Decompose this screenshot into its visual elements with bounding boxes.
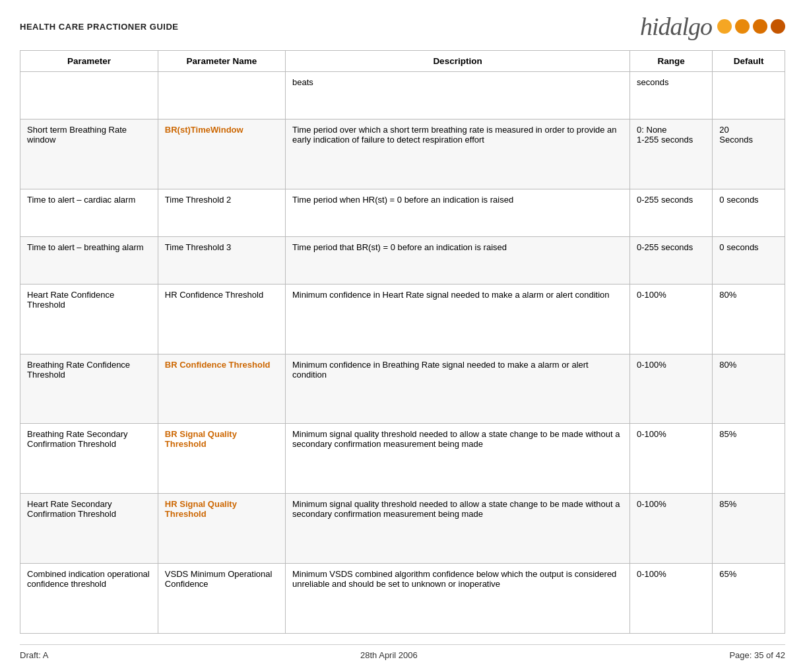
cell-parameter: Breathing Rate Confidence Threshold — [20, 354, 158, 424]
cell-parameter: Heart Rate Confidence Threshold — [20, 284, 158, 354]
cell-description: Minimum signal quality threshold needed … — [285, 424, 629, 494]
cell-default: 20Seconds — [713, 119, 785, 189]
cell-default: 0 seconds — [713, 189, 785, 236]
cell-range: 0-100% — [630, 494, 713, 564]
cell-range: 0-100% — [630, 564, 713, 634]
cell-description: Minimum confidence in Heart Rate signal … — [285, 284, 629, 354]
logo-area: hidalgo — [640, 12, 785, 41]
cell-default: 0 seconds — [713, 236, 785, 284]
cell-description: Minimum VSDS combined algorithm confiden… — [285, 564, 629, 634]
cell-parameter: Short term Breathing Rate window — [20, 119, 158, 189]
col-header-range: Range — [630, 51, 713, 72]
footer-page: Page: 35 of 42 — [729, 650, 785, 660]
footer-draft: Draft: A — [20, 650, 48, 660]
cell-param-name: Time Threshold 2 — [158, 189, 285, 236]
cell-parameter: Combined indication operational confiden… — [20, 564, 158, 634]
document-title: HEALTH CARE PRACTIONER GUIDE — [20, 22, 179, 32]
table-row: Breathing Rate Secondary Confirmation Th… — [20, 424, 785, 494]
cell-param-name: Time Threshold 3 — [158, 236, 285, 284]
cell-param-name: HR Signal Quality Threshold — [158, 494, 285, 564]
page-wrapper: HEALTH CARE PRACTIONER GUIDE hidalgo Par… — [0, 0, 805, 672]
cell-description: beats — [285, 72, 629, 119]
cell-range: 0-100% — [630, 354, 713, 424]
table-row: Time to alert – breathing alarmTime Thre… — [20, 236, 785, 284]
col-header-default: Default — [713, 51, 785, 72]
cell-description: Minimum confidence in Breathing Rate sig… — [285, 354, 629, 424]
table-row: Breathing Rate Confidence ThresholdBR Co… — [20, 354, 785, 424]
cell-parameter — [20, 72, 158, 119]
table-row: beatsseconds — [20, 72, 785, 119]
cell-description: Time period when HR(st) = 0 before an in… — [285, 189, 629, 236]
cell-range: 0-255 seconds — [630, 189, 713, 236]
logo-dot-2 — [735, 19, 750, 34]
param-name-link: BR(st)TimeWindow — [165, 125, 243, 135]
logo-dots — [717, 19, 785, 34]
col-header-param-name: Parameter Name — [158, 51, 285, 72]
cell-range: 0-100% — [630, 424, 713, 494]
cell-parameter: Time to alert – breathing alarm — [20, 236, 158, 284]
table-row: Time to alert – cardiac alarmTime Thresh… — [20, 189, 785, 236]
footer-date: 28th April 2006 — [360, 650, 418, 660]
page-footer: Draft: A 28th April 2006 Page: 35 of 42 — [20, 644, 785, 660]
cell-param-name: VSDS Minimum Operational Confidence — [158, 564, 285, 634]
table-header-row: Parameter Parameter Name Description Ran… — [20, 51, 785, 72]
param-name-link: BR Confidence Threshold — [165, 360, 271, 370]
cell-description: Time period that BR(st) = 0 before an in… — [285, 236, 629, 284]
cell-param-name — [158, 72, 285, 119]
cell-parameter: Heart Rate Secondary Confirmation Thresh… — [20, 494, 158, 564]
cell-default: 65% — [713, 564, 785, 634]
cell-range: 0-255 seconds — [630, 236, 713, 284]
cell-default — [713, 72, 785, 119]
cell-range: 0-100% — [630, 284, 713, 354]
page-header: HEALTH CARE PRACTIONER GUIDE hidalgo — [20, 12, 785, 41]
col-header-parameter: Parameter — [20, 51, 158, 72]
cell-param-name: BR(st)TimeWindow — [158, 119, 285, 189]
cell-description: Minimum signal quality threshold needed … — [285, 494, 629, 564]
cell-range: 0: None1-255 seconds — [630, 119, 713, 189]
logo-text: hidalgo — [640, 12, 712, 41]
table-row: Heart Rate Secondary Confirmation Thresh… — [20, 494, 785, 564]
cell-default: 80% — [713, 284, 785, 354]
cell-default: 85% — [713, 494, 785, 564]
cell-param-name: BR Confidence Threshold — [158, 354, 285, 424]
main-table: Parameter Parameter Name Description Ran… — [20, 50, 785, 634]
table-row: Short term Breathing Rate windowBR(st)Ti… — [20, 119, 785, 189]
logo-dot-4 — [771, 19, 785, 34]
cell-default: 85% — [713, 424, 785, 494]
col-header-description: Description — [285, 51, 629, 72]
cell-parameter: Time to alert – cardiac alarm — [20, 189, 158, 236]
logo-dot-3 — [753, 19, 767, 34]
cell-param-name: HR Confidence Threshold — [158, 284, 285, 354]
table-row: Combined indication operational confiden… — [20, 564, 785, 634]
cell-param-name: BR Signal Quality Threshold — [158, 424, 285, 494]
cell-range: seconds — [630, 72, 713, 119]
param-name-link: BR Signal Quality Threshold — [165, 429, 237, 449]
table-row: Heart Rate Confidence ThresholdHR Confid… — [20, 284, 785, 354]
param-name-link: HR Signal Quality Threshold — [165, 499, 237, 519]
cell-description: Time period over which a short term brea… — [285, 119, 629, 189]
logo-dot-1 — [717, 19, 732, 34]
cell-parameter: Breathing Rate Secondary Confirmation Th… — [20, 424, 158, 494]
cell-default: 80% — [713, 354, 785, 424]
